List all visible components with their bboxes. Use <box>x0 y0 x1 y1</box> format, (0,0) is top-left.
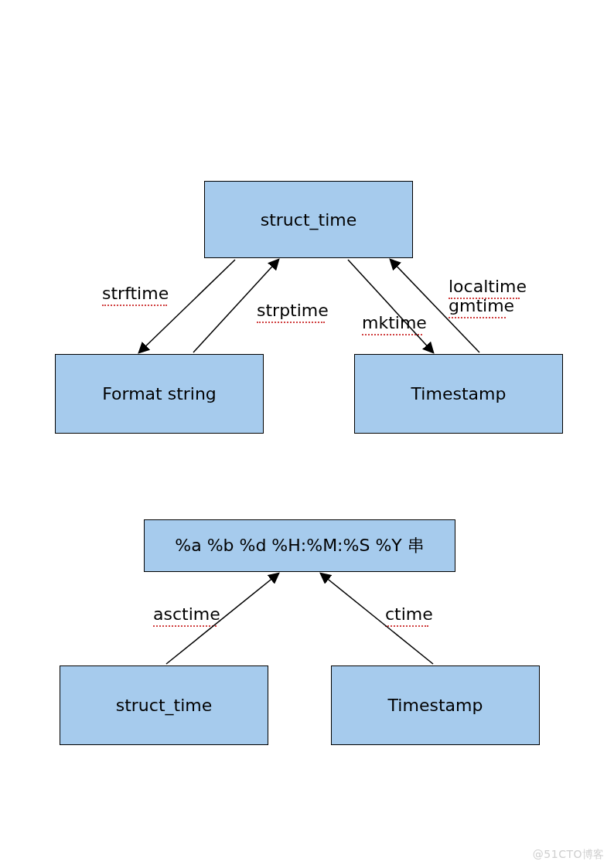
underline-gmtime <box>449 317 506 318</box>
label-strptime: strptime <box>257 301 329 320</box>
label-ctime: ctime <box>385 604 433 624</box>
d1-top-label: struct_time <box>261 210 357 230</box>
d1-left-label: Format string <box>102 384 217 403</box>
d1-right-label: Timestamp <box>411 384 507 403</box>
d2-top-label: %a %b %d %H:%M:%S %Y 串 <box>175 534 424 557</box>
label-asctime: asctime <box>153 604 220 624</box>
label-mktime: mktime <box>362 313 427 332</box>
d2-right-timestamp: Timestamp <box>331 665 540 745</box>
d1-right-timestamp: Timestamp <box>354 354 563 434</box>
label-gmtime: gmtime <box>449 296 514 315</box>
d2-left-struct-time: struct_time <box>60 665 268 745</box>
underline-strftime <box>102 305 167 306</box>
d2-left-label: struct_time <box>116 696 213 715</box>
d2-top-formatstr: %a %b %d %H:%M:%S %Y 串 <box>144 519 455 572</box>
underline-strptime <box>257 322 325 323</box>
d1-left-format-string: Format string <box>55 354 264 434</box>
d2-right-label: Timestamp <box>388 696 483 715</box>
svg-line-2 <box>348 260 433 352</box>
label-localtime: localtime <box>449 277 527 296</box>
underline-mktime <box>362 334 422 335</box>
d1-top-struct-time: struct_time <box>204 181 413 258</box>
label-strftime: strftime <box>102 284 169 303</box>
underline-asctime <box>153 625 217 627</box>
underline-ctime <box>385 625 428 627</box>
watermark: @51CTO博客 <box>533 848 605 862</box>
svg-line-0 <box>139 260 235 352</box>
